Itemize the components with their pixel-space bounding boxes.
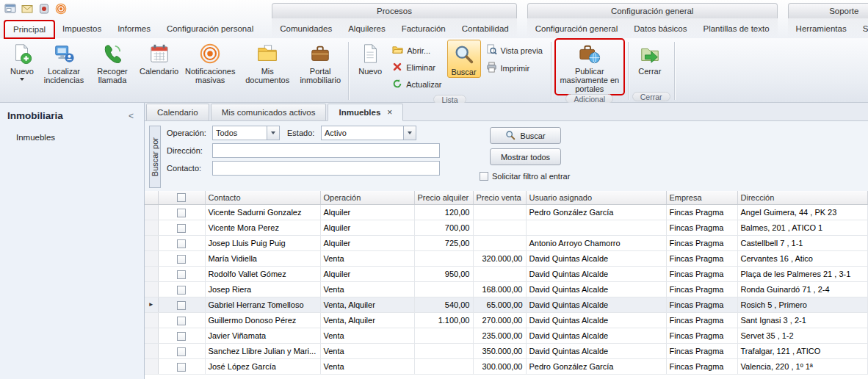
- grid-row[interactable]: Javier ViñamataVenta235.000,00David Quin…: [145, 328, 867, 343]
- doc-tab-calendario[interactable]: Calendario: [146, 104, 209, 120]
- cell-usuario-asignado[interactable]: Pedro González García: [526, 358, 666, 374]
- cell-empresa[interactable]: Fincas Pragma: [666, 235, 737, 250]
- tab-soporte[interactable]: Soporte: [855, 21, 868, 38]
- cell-empresa[interactable]: Fincas Pragma: [666, 281, 737, 297]
- cell-direccion[interactable]: Cervantes 16 , Atico: [737, 250, 867, 266]
- row-checkbox-cell[interactable]: [158, 250, 205, 266]
- cell-operacion[interactable]: Alquiler: [320, 220, 414, 235]
- recoger-llamada-button[interactable]: Recoger llamada: [89, 40, 136, 85]
- operacion-dropdown-button[interactable]: [267, 126, 279, 140]
- cell-precio-venta[interactable]: 270.000,00: [473, 312, 526, 328]
- cell-precio-venta[interactable]: 320.000,00: [473, 250, 526, 266]
- row-checkbox[interactable]: [177, 317, 186, 325]
- grid-row[interactable]: Josep Lluis Puig PuigAlquiler725,00Anton…: [145, 235, 867, 250]
- sidebar-collapse-button[interactable]: <: [126, 111, 137, 121]
- column-header-contacto[interactable]: Contacto: [205, 191, 320, 204]
- cell-precio-alquiler[interactable]: [414, 250, 473, 266]
- cell-direccion[interactable]: Castellbell 7 , 1-1: [737, 235, 867, 250]
- row-checkbox[interactable]: [177, 239, 186, 248]
- localizar-incidencias-button[interactable]: Localizar incidencias: [40, 40, 87, 85]
- row-checkbox-cell[interactable]: [158, 235, 205, 250]
- cell-empresa[interactable]: Fincas Pragma: [666, 250, 737, 266]
- cell-contacto[interactable]: María Vidiella: [205, 250, 320, 266]
- column-header-usuario-asignado[interactable]: Usuario asignado: [526, 191, 666, 204]
- grid-row[interactable]: Guillermo Donoso PérezVenta, Alquiler1.1…: [145, 312, 867, 328]
- cell-direccion[interactable]: Rosich 5 , Primero: [737, 297, 867, 312]
- cell-operacion[interactable]: Alquiler: [320, 235, 414, 250]
- cell-operacion[interactable]: Venta: [320, 358, 414, 374]
- cell-contacto[interactable]: Gabriel Herranz Tomelloso: [205, 297, 320, 312]
- imprimir-button[interactable]: Imprimir: [484, 61, 545, 75]
- cell-precio-venta[interactable]: 235.000,00: [473, 328, 526, 343]
- cell-precio-venta[interactable]: [473, 204, 526, 220]
- cell-precio-alquiler[interactable]: [414, 343, 473, 358]
- cell-usuario-asignado[interactable]: [526, 220, 666, 235]
- grid-row[interactable]: ►Gabriel Herranz TomellosoVenta, Alquile…: [145, 297, 867, 312]
- cell-operacion[interactable]: Venta: [320, 328, 414, 343]
- operacion-select[interactable]: Todos: [212, 126, 280, 140]
- row-checkbox[interactable]: [177, 363, 186, 372]
- cell-usuario-asignado[interactable]: David Quintas Alcalde: [526, 266, 666, 281]
- row-checkbox-cell[interactable]: [158, 220, 205, 235]
- tab-contabilidad[interactable]: Contabilidad: [454, 21, 517, 38]
- close-tab-icon[interactable]: ×: [387, 104, 392, 120]
- cell-precio-venta[interactable]: 350.000,00: [473, 343, 526, 358]
- cell-empresa[interactable]: Fincas Pragma: [666, 297, 737, 312]
- cell-precio-alquiler[interactable]: 540,00: [414, 297, 473, 312]
- cell-direccion[interactable]: Ronda Guinardó 71 , 2-4: [737, 281, 867, 297]
- tab-herramientas[interactable]: Herramientas: [788, 21, 855, 38]
- column-header-operacion[interactable]: Operación: [320, 191, 414, 204]
- row-checkbox[interactable]: [177, 286, 186, 295]
- tab-plantillas-de-texto[interactable]: Plantillas de texto: [695, 21, 777, 38]
- cell-usuario-asignado[interactable]: David Quintas Alcalde: [526, 343, 666, 358]
- row-checkbox-cell[interactable]: [158, 343, 205, 358]
- cell-precio-alquiler[interactable]: [414, 328, 473, 343]
- row-checkbox-cell[interactable]: [158, 204, 205, 220]
- cell-usuario-asignado[interactable]: David Quintas Alcalde: [526, 328, 666, 343]
- cell-precio-alquiler[interactable]: 120,00: [414, 204, 473, 220]
- cell-contacto[interactable]: Josep Riera: [205, 281, 320, 297]
- cell-empresa[interactable]: Fincas Pragma: [666, 220, 737, 235]
- row-checkbox-cell[interactable]: [158, 281, 205, 297]
- eliminar-button[interactable]: Eliminar: [390, 61, 444, 74]
- row-checkbox[interactable]: [177, 332, 186, 341]
- cell-direccion[interactable]: Balmes, 201 , ATICO 1: [737, 220, 867, 235]
- notificaciones-masivas-button[interactable]: Notificaciones masivas: [182, 40, 238, 85]
- cell-contacto[interactable]: Josep Lluis Puig Puig: [205, 235, 320, 250]
- row-checkbox[interactable]: [177, 224, 186, 233]
- row-checkbox-cell[interactable]: [158, 328, 205, 343]
- cell-empresa[interactable]: Fincas Pragma: [666, 266, 737, 281]
- grid-row[interactable]: Vicente Sadurni GonzalezAlquiler120,00Pe…: [145, 204, 867, 220]
- cell-operacion[interactable]: Venta: [320, 343, 414, 358]
- tab-alquileres[interactable]: Alquileres: [340, 21, 394, 38]
- cell-precio-alquiler[interactable]: [414, 358, 473, 374]
- contacto-input[interactable]: [212, 161, 440, 176]
- select-all-header[interactable]: [158, 191, 205, 204]
- cell-direccion[interactable]: Servet 35 , 1-2: [737, 328, 867, 343]
- mostrar-todos-button[interactable]: Mostrar todos: [490, 148, 561, 165]
- column-header-direccion[interactable]: Dirección: [737, 191, 867, 204]
- tab-configuracion-general[interactable]: Configuración general: [527, 21, 626, 38]
- cell-operacion[interactable]: Alquiler: [320, 266, 414, 281]
- row-checkbox[interactable]: [177, 209, 186, 217]
- cell-operacion[interactable]: Alquiler: [320, 204, 414, 220]
- grid-row[interactable]: José López GarcíaVenta300.000,00Pedro Go…: [145, 358, 867, 374]
- tab-principal[interactable]: Principal: [4, 21, 54, 38]
- cell-usuario-asignado[interactable]: David Quintas Alcalde: [526, 250, 666, 266]
- cell-contacto[interactable]: Rodolfo Vallet Gómez: [205, 266, 320, 281]
- column-header-precio-alquiler[interactable]: Precio alquiler: [414, 191, 473, 204]
- cell-empresa[interactable]: Fincas Pragma: [666, 328, 737, 343]
- vista-previa-button[interactable]: Vista previa: [484, 43, 545, 57]
- cell-direccion[interactable]: Plaça de les Palmeres 21 , 3-1: [737, 266, 867, 281]
- cell-precio-venta[interactable]: 300.000,00: [473, 358, 526, 374]
- cell-operacion[interactable]: Venta: [320, 281, 414, 297]
- cell-direccion[interactable]: Valencia, 220 , 1º 1ª: [737, 358, 867, 374]
- cell-usuario-asignado[interactable]: Antonio Arroyo Chamorro: [526, 235, 666, 250]
- cell-precio-alquiler[interactable]: 1.100,00: [414, 312, 473, 328]
- buscar-ribbon-button[interactable]: Buscar: [447, 40, 481, 78]
- grid-row[interactable]: Rodolfo Vallet GómezAlquiler950,00David …: [145, 266, 867, 281]
- cell-empresa[interactable]: Fincas Pragma: [666, 343, 737, 358]
- cell-precio-alquiler[interactable]: 725,00: [414, 235, 473, 250]
- row-checkbox[interactable]: [177, 347, 186, 356]
- cell-operacion[interactable]: Venta, Alquiler: [320, 297, 414, 312]
